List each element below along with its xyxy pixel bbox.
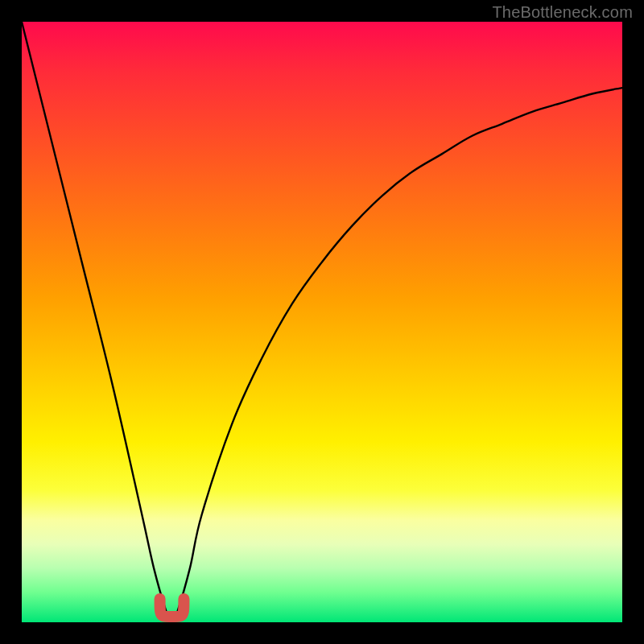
plot-area <box>22 22 622 622</box>
chart-svg <box>22 22 622 622</box>
watermark-text: TheBottleneck.com <box>492 3 633 22</box>
outer-frame: TheBottleneck.com <box>0 0 644 644</box>
bottleneck-curve <box>22 22 622 622</box>
optimal-highlight <box>160 599 184 617</box>
